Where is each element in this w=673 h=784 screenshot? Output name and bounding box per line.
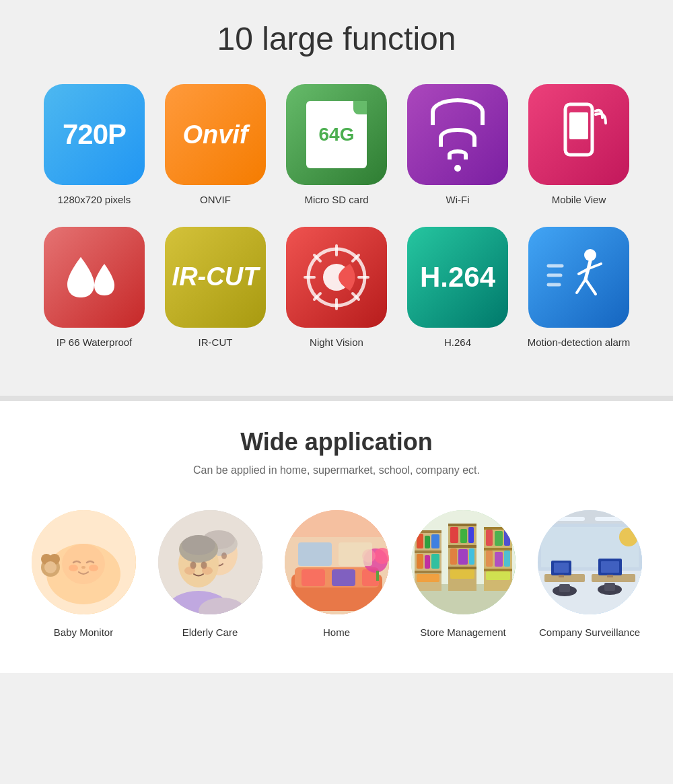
svg-rect-110 xyxy=(559,584,570,592)
svg-rect-80 xyxy=(458,549,468,565)
app-elderly-label: Elderly Care xyxy=(182,625,238,639)
section-divider xyxy=(0,396,673,401)
app-title: Wide application xyxy=(27,428,646,456)
feature-mobile-icon xyxy=(528,84,629,185)
feature-waterproof: IP 66 Waterproof xyxy=(40,227,148,349)
svg-rect-104 xyxy=(554,563,569,573)
section-functions-title: 10 large function xyxy=(27,20,646,57)
svg-rect-85 xyxy=(484,548,512,550)
feature-720p: 720P 1280x720 pixels xyxy=(40,84,148,207)
svg-point-36 xyxy=(221,553,227,559)
svg-rect-71 xyxy=(417,574,439,582)
app-company-circle xyxy=(538,510,642,614)
app-baby: Baby Monitor xyxy=(27,510,140,639)
store-svg xyxy=(411,510,516,614)
feature-ircut-icon-text: IR-CUT xyxy=(172,262,259,291)
svg-rect-56 xyxy=(376,571,379,581)
svg-rect-70 xyxy=(431,554,439,569)
app-store-circle xyxy=(411,510,516,614)
sd-64g-text: 64G xyxy=(319,124,355,145)
company-svg xyxy=(538,510,642,614)
wifi-symbol xyxy=(431,98,485,172)
svg-rect-81 xyxy=(469,548,474,565)
feature-onvif-icon: Onvif xyxy=(165,84,266,185)
wifi-dot xyxy=(454,165,461,172)
mobile-svg xyxy=(548,98,609,172)
svg-point-15 xyxy=(584,249,596,261)
svg-rect-96 xyxy=(551,517,585,521)
baby-svg xyxy=(32,510,136,614)
wifi-arc-1 xyxy=(431,98,485,125)
feature-waterproof-label: IP 66 Waterproof xyxy=(57,336,133,349)
svg-rect-75 xyxy=(448,567,476,569)
feature-night-icon xyxy=(286,227,387,328)
feature-sdcard: 64G Micro SD card xyxy=(283,84,390,207)
app-subtitle: Can be applied in home, supermarket, sch… xyxy=(27,464,646,476)
elderly-svg xyxy=(158,510,262,614)
svg-rect-73 xyxy=(448,524,476,526)
svg-rect-89 xyxy=(504,530,510,546)
app-home-circle xyxy=(285,510,389,614)
feature-night-label: Night Vision xyxy=(310,336,363,349)
app-baby-circle xyxy=(32,510,136,614)
app-grid: Baby Monitor xyxy=(27,510,646,639)
app-baby-label: Baby Monitor xyxy=(54,625,113,639)
svg-point-113 xyxy=(619,528,638,546)
svg-rect-67 xyxy=(431,534,439,548)
svg-rect-92 xyxy=(504,550,510,567)
svg-point-26 xyxy=(81,566,85,569)
feature-h264-icon-text: H.264 xyxy=(420,261,495,293)
svg-rect-84 xyxy=(484,527,512,530)
app-home-label: Home xyxy=(323,625,350,639)
feature-night: Night Vision xyxy=(283,227,390,349)
feature-720p-icon: 720P xyxy=(44,84,145,185)
feature-onvif-icon-text: Onvif xyxy=(182,120,248,149)
motion-svg xyxy=(542,240,616,314)
svg-rect-68 xyxy=(417,554,423,569)
svg-rect-64 xyxy=(415,571,441,573)
svg-line-20 xyxy=(577,279,586,293)
feature-sdcard-icon: 64G xyxy=(286,84,387,185)
feature-motion-label: Motion-detection alarm xyxy=(528,336,631,349)
svg-rect-58 xyxy=(339,542,372,566)
wifi-arc-2 xyxy=(439,128,476,147)
feature-wifi: Wi-Fi xyxy=(404,84,511,207)
app-elderly: Elderly Care xyxy=(153,510,267,639)
svg-rect-51 xyxy=(332,569,355,586)
feature-motion-icon xyxy=(528,227,629,328)
app-company-label: Company Surveillance xyxy=(539,625,640,639)
svg-rect-62 xyxy=(415,530,441,533)
app-home: Home xyxy=(280,510,393,639)
svg-rect-50 xyxy=(302,569,325,586)
svg-rect-76 xyxy=(450,527,458,543)
svg-rect-112 xyxy=(604,583,615,591)
svg-rect-86 xyxy=(484,569,512,571)
feature-mobile: Mobile View xyxy=(525,84,633,207)
night-vision-svg xyxy=(299,240,374,314)
svg-rect-82 xyxy=(450,569,474,579)
svg-rect-88 xyxy=(495,531,503,546)
svg-rect-69 xyxy=(425,555,430,569)
svg-point-30 xyxy=(44,561,57,573)
feature-720p-label: 1280x720 pixels xyxy=(58,193,131,207)
svg-rect-57 xyxy=(298,542,332,566)
feature-ircut: IR-CUT IR-CUT xyxy=(162,227,269,349)
feature-h264-icon: H.264 xyxy=(407,227,508,328)
feature-h264-label: H.264 xyxy=(444,336,471,349)
feature-waterproof-icon xyxy=(44,227,145,328)
svg-rect-97 xyxy=(595,517,629,521)
app-store-label: Store Management xyxy=(420,625,506,639)
svg-rect-65 xyxy=(417,534,423,548)
svg-rect-1 xyxy=(569,112,588,139)
svg-rect-90 xyxy=(486,550,493,567)
svg-rect-105 xyxy=(559,575,564,577)
icon-row-2: IP 66 Waterproof IR-CUT IR-CUT xyxy=(27,227,646,349)
svg-rect-79 xyxy=(450,548,457,565)
svg-rect-77 xyxy=(460,529,467,543)
svg-rect-108 xyxy=(607,575,613,577)
svg-point-39 xyxy=(182,535,215,555)
svg-point-43 xyxy=(202,567,213,575)
icon-row-1: 720P 1280x720 pixels Onvif ONVIF 64G Mic… xyxy=(27,84,646,207)
feature-h264: H.264 H.264 xyxy=(404,227,511,349)
svg-rect-91 xyxy=(495,552,503,567)
